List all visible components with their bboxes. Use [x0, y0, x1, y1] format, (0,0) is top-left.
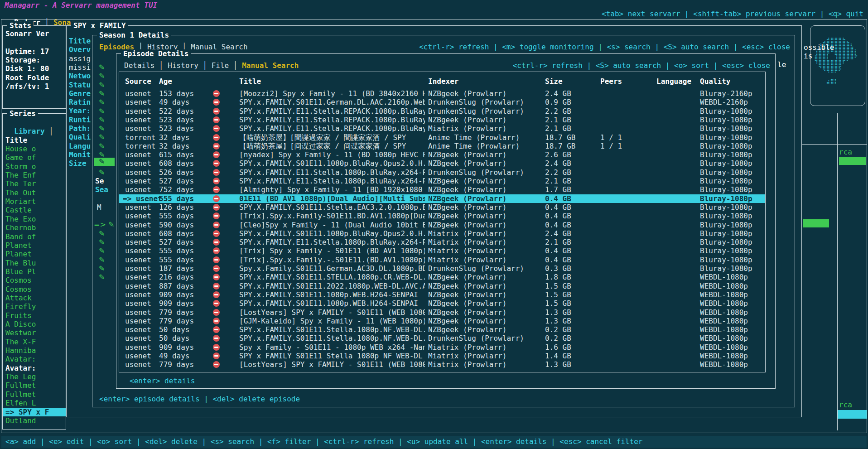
tab-library[interactable]: Library: [14, 127, 44, 135]
cell-source: usenet: [125, 325, 151, 334]
search-result-row[interactable]: torrent32 days【喵萌奶茶屋】[間諜過家家 / 間諜家家酒 / SP…: [119, 133, 765, 142]
search-result-row[interactable]: usenet909 daysSPY.x.FAMILY.S01E11.1080p.…: [119, 299, 765, 308]
search-result-row[interactable]: usenet887 daysSPY.x.FAMILY.S01E11.2022.1…: [119, 282, 765, 290]
series-list-item[interactable]: Westwor: [5, 328, 36, 337]
cell-quality: Bluray-1080p: [700, 238, 752, 246]
cell-size: 2.4 GB: [545, 159, 571, 168]
search-result-row[interactable]: usenet523 daysSPY.x.FAMILY.E11.Stella.RE…: [119, 124, 765, 133]
search-result-row[interactable]: usenet527 daysSPY.x.FAMILY.E11.Stella.10…: [119, 238, 765, 246]
series-list-item[interactable]: => SPY x F: [3, 408, 66, 416]
rejected-icon: [213, 239, 220, 246]
search-result-row[interactable]: usenet555 days[Trix].Spy.x.Family.-.S01E…: [119, 256, 765, 264]
column-header-title[interactable]: Title: [239, 77, 261, 86]
series-list-item[interactable]: Castle: [5, 206, 32, 214]
series-list-item[interactable]: Storm o: [5, 162, 36, 171]
series-list-item[interactable]: Outland: [5, 416, 36, 425]
series-list-item[interactable]: Cosmos: [5, 285, 32, 294]
column-header-size[interactable]: Size: [545, 77, 563, 86]
rejected-icon: [213, 222, 220, 228]
search-result-row[interactable]: usenet527 daysSPY.x.FAMILY.E11.Stella.10…: [119, 177, 765, 185]
search-result-row[interactable]: usenet522 daysSPY.x.FAMILY.E11.Stella.RE…: [119, 107, 765, 116]
cell-age: 887 days: [159, 282, 194, 290]
column-header-age[interactable]: Age: [159, 77, 172, 86]
series-list-item[interactable]: Fullmet: [5, 390, 36, 399]
tab-manual-search[interactable]: Manual Search: [191, 43, 247, 51]
series-list-item[interactable]: Chernob: [5, 223, 36, 232]
search-result-row[interactable]: usenet187 daysSpy.x.Family.S01E11.German…: [119, 264, 765, 273]
tab-manual-search[interactable]: Manual Search: [242, 61, 299, 70]
search-result-row[interactable]: usenet608 daysSPY.x.FAMILY.S01E11.1080p.…: [119, 159, 765, 168]
search-result-row[interactable]: usenet49 daysSPY.x.FAMILY.S01E11.German.…: [119, 98, 765, 106]
tab-file[interactable]: File: [212, 61, 229, 70]
cell-quality: WEBDL-1080p: [700, 299, 748, 308]
cell-title: SPY.x.FAMILY.S01E11.STELLA.1080p.CR.WEB-…: [239, 273, 425, 281]
search-result-row[interactable]: usenet752 days[Almighty] Spy x Family - …: [119, 185, 765, 194]
rejected-icon: [213, 352, 220, 359]
search-result-row[interactable]: usenet909 daysSpy x Family - S01E11 - 10…: [119, 343, 765, 352]
series-list-item[interactable]: House o: [5, 145, 36, 153]
cell-age: 522 days: [159, 107, 194, 116]
tab-details[interactable]: Details: [124, 61, 154, 70]
search-result-row[interactable]: usenet615 days[nyadex] Spy x Family - 11…: [119, 150, 765, 159]
series-list-item[interactable]: Game of: [5, 153, 36, 162]
series-field-label: Year:: [69, 106, 91, 115]
search-result-row[interactable]: usenet779 days[GJM-Kaleido] Spy x Family…: [119, 317, 765, 325]
search-result-row[interactable]: usenet50 daysSPY.x.FAMILY.S01E11.Stella.…: [119, 325, 765, 334]
search-result-row[interactable]: usenet779 days[LostYears] SPY x FAMILY -…: [119, 308, 765, 317]
column-header-indexer[interactable]: Indexer: [428, 77, 458, 86]
rejected-icon: [213, 300, 220, 307]
search-result-row[interactable]: usenet50 daysSPY.x.FAMILY.S01E11.Stella.…: [119, 334, 765, 343]
cell-indexer: DrunkenSlug (Prowlarr): [428, 98, 524, 106]
series-list-item[interactable]: Fruits: [5, 311, 32, 320]
series-list-item[interactable]: Cosmos: [5, 276, 32, 285]
cell-title: SPY.x.FAMILY.S01E11.1080p.WEB.H264-SENPA…: [239, 299, 418, 308]
series-list-item[interactable]: The X-F: [5, 338, 36, 346]
bg-panel-divider: [802, 144, 867, 145]
search-result-row[interactable]: usenet608 daysSPY.x.FAMILY.S01E11.1080p.…: [119, 229, 765, 238]
series-list-item[interactable]: The Enf: [5, 171, 36, 179]
column-header-source[interactable]: Source: [125, 77, 151, 86]
search-result-row[interactable]: usenet216 daysSPY.x.FAMILY.S01E11.STELLA…: [119, 273, 765, 281]
series-list-item[interactable]: Elfen L: [5, 399, 36, 407]
search-result-row[interactable]: usenet49 daysSPY x FAMILY S01E11 Stella …: [119, 352, 765, 360]
cell-title: SPY.x.FAMILY.E11.Stella.1080p.BluRay.x26…: [239, 168, 425, 177]
series-list-item[interactable]: The Out: [5, 188, 36, 197]
column-header-peers[interactable]: Peers: [600, 77, 622, 86]
series-list-item[interactable]: A Disco: [5, 320, 36, 328]
cell-quality: Bluray-1080p: [700, 203, 752, 212]
search-result-row[interactable]: usenet909 daysSPY.x.FAMILY.S01E11.1080p.…: [119, 290, 765, 299]
search-result-row[interactable]: usenet779 days[LostYears] SPY x FAMILY -…: [119, 360, 765, 369]
edit-pencil-icon: ✎: [99, 124, 105, 133]
series-list-item[interactable]: The Blu: [5, 259, 36, 267]
series-list-item[interactable]: Avatar:: [5, 355, 36, 363]
search-result-row[interactable]: usenet555 days[Trix].Spy.x.Family-S01E11…: [119, 212, 765, 220]
tab-history[interactable]: History: [168, 61, 198, 70]
series-list-item[interactable]: Firefly: [5, 302, 36, 311]
series-list-item[interactable]: Hanniba: [5, 346, 36, 355]
series-list-item[interactable]: The Exo: [5, 215, 36, 223]
series-list-item[interactable]: Attack: [5, 294, 32, 302]
series-list-item[interactable]: Band of: [5, 232, 36, 241]
search-result-row[interactable]: => usenet555 days01E11 (BD AV1 1080p)[Du…: [119, 194, 765, 203]
column-header-language[interactable]: Language: [656, 77, 691, 86]
edit-pencil-icon: ✎: [99, 256, 105, 264]
search-result-row[interactable]: usenet590 days[Cleo]Spy x Family - 11 (D…: [119, 221, 765, 229]
series-list-item[interactable]: The Leg: [5, 372, 36, 381]
series-list-item[interactable]: Blue Pl: [5, 267, 36, 276]
search-result-row[interactable]: usenet153 days[Moozzi2] Spy x Family - 1…: [119, 89, 765, 98]
series-list-item[interactable]: The Ter: [5, 179, 36, 188]
series-list-item[interactable]: Avatar:: [5, 364, 36, 372]
cell-indexer: NZBgeek (Prowlarr): [428, 203, 506, 212]
search-result-row[interactable]: usenet526 daysSPY.x.FAMILY.E11.Stella.10…: [119, 168, 765, 177]
series-list-item[interactable]: Planet: [5, 241, 32, 250]
series-list-item[interactable]: Moriart: [5, 197, 36, 206]
cell-quality: Bluray-1080p: [700, 212, 752, 220]
search-result-row[interactable]: torrent32 days【喵萌奶茶屋】[间谍过家家 / 间谍家家酒 / SP…: [119, 142, 765, 150]
search-result-row[interactable]: usenet126 daysSPY.X.FAMILY.S01E11.Stella…: [119, 203, 765, 212]
column-header-quality[interactable]: Quality: [700, 77, 730, 86]
series-field-label: Langu: [69, 142, 91, 150]
series-list-item[interactable]: Fullmet: [5, 381, 36, 390]
search-result-row[interactable]: usenet523 daysSPY.x.FAMILY.E11.Stella.RE…: [119, 116, 765, 124]
search-result-row[interactable]: usenet555 days[Trix] Spy x Family - S01E…: [119, 246, 765, 255]
series-list-item[interactable]: Planet: [5, 250, 32, 258]
